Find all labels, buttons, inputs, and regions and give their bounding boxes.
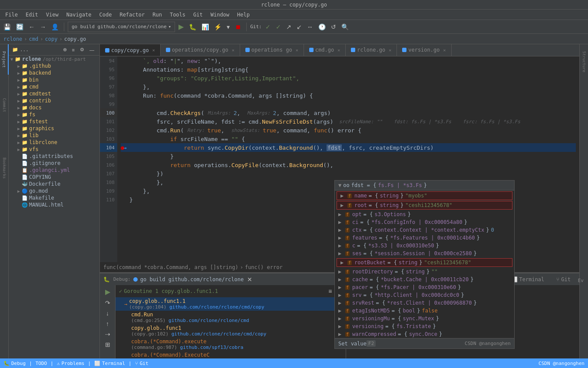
tooltip-row-ctx[interactable]: ▶ f ctx = {context.Context | *context.em… — [335, 226, 514, 234]
tooltip-row-name[interactable]: ▶ f name = {string} "myobs" — [337, 191, 512, 200]
git-update-btn[interactable]: ↙ — [295, 23, 304, 31]
menu-code[interactable]: Code — [96, 11, 116, 19]
tree-vfs[interactable]: ▶ 📁 vfs — [9, 146, 99, 153]
tree-gomod[interactable]: ▶ 🔵 go.mod — [9, 187, 99, 194]
tree-bin[interactable]: ▶ 📁 bin — [9, 76, 99, 83]
breadcrumb-cmd[interactable]: cmd — [29, 36, 39, 42]
git-check-btn[interactable]: ✓ — [274, 23, 283, 31]
tooltip-row-versioning[interactable]: ▶ f versioning = {fs.Tristate} — [335, 322, 514, 330]
tab-copy-go[interactable]: copy/copy.go ✕ — [100, 44, 161, 56]
tab-operations-copy[interactable]: operations/copy.go ✕ — [161, 44, 240, 56]
git-history-btn[interactable]: 🕐 — [317, 23, 327, 31]
tooltip-row-warncompressed[interactable]: ▶ f warnCompressed = {sync.Once} — [335, 330, 514, 338]
tree-librclone[interactable]: ▶ 📁 librclone — [9, 139, 99, 146]
tab-version[interactable]: version.go ✕ — [397, 44, 451, 56]
debug-step-out-btn[interactable]: ↑ — [104, 319, 111, 328]
git-ok-btn[interactable]: ✓ — [264, 23, 272, 31]
tooltip-row-srv[interactable]: ▶ f srv = {*http.Client | 0xc000cdc0c0} — [335, 291, 514, 299]
bottom-tab-git[interactable]: ⑂ Git — [551, 275, 576, 284]
git-push-btn[interactable]: ↗ — [284, 23, 293, 31]
tab-close-copy[interactable]: ✕ — [152, 48, 155, 53]
tab-operations[interactable]: operations go ✕ — [240, 44, 304, 56]
tree-docs[interactable]: ▶ 📁 docs — [9, 104, 99, 111]
tab-close-ops[interactable]: ✕ — [296, 48, 298, 53]
debug-run-cursor-btn[interactable]: ⇢ — [103, 330, 112, 338]
tooltip-row-rootbucket[interactable]: ▶ f rootBucket = {string} "ceshi12345678… — [337, 258, 512, 267]
coverage-button[interactable]: 📊 — [200, 23, 211, 31]
menu-edit[interactable]: Edit — [22, 11, 42, 19]
git-revert-btn[interactable]: ↺ — [329, 23, 338, 31]
tree-cmd[interactable]: ▶ 📁 cmd — [9, 83, 99, 90]
tree-golangci[interactable]: 📋 .golangci.yml — [9, 167, 99, 174]
frame-2[interactable]: copy.glob..func1 (copy.go:102) github.co… — [116, 324, 346, 338]
tab-rclone[interactable]: rclone.go ✕ — [346, 44, 397, 56]
search-everywhere-btn[interactable]: 🔍 — [340, 23, 350, 31]
debug-resume-btn[interactable]: ▶ — [103, 287, 112, 297]
tree-graphics[interactable]: ▶ 📁 graphics — [9, 125, 99, 132]
tree-copying[interactable]: 📄 COPYING — [9, 174, 99, 181]
tooltip-row-etag[interactable]: ▶ f etagIsNotMD5 = {bool} false — [335, 307, 514, 315]
tree-backend[interactable]: ▶ 📁 backend — [9, 69, 99, 76]
menu-git[interactable]: Git — [190, 11, 206, 19]
toolbar-forward-btn[interactable]: → — [38, 23, 48, 31]
tree-gitignore[interactable]: 📄 .gitignore — [9, 160, 99, 167]
debug-step-into-btn[interactable]: ↓ — [104, 309, 111, 318]
side-tab-structure[interactable]: Structure — [581, 44, 587, 79]
stop-button[interactable]: ⏹ — [233, 23, 243, 31]
run-button[interactable]: ▶ — [177, 22, 185, 32]
tab-cmd[interactable]: cmd.go ✕ — [304, 44, 346, 56]
side-tab-commit[interactable]: Commit — [0, 92, 9, 118]
tree-manualhtml[interactable]: 🌐 MANUAL.html — [9, 201, 99, 208]
menu-window[interactable]: Window — [207, 11, 233, 19]
tree-contrib[interactable]: ▶ 📁 contrib — [9, 97, 99, 104]
menu-file[interactable]: File — [2, 11, 21, 19]
tree-gitattributes[interactable]: 📄 .gitattributes — [9, 153, 99, 160]
menu-view[interactable]: View — [43, 11, 62, 19]
toolbar-sync-btn[interactable]: 🔄 — [14, 23, 25, 31]
profile-button[interactable]: ⚡ — [212, 23, 223, 31]
toolbar-save-btn[interactable]: 💾 — [2, 23, 13, 31]
toolbar-user-btn[interactable]: 👤 — [50, 23, 60, 31]
git-arrow2-btn[interactable]: ↔ — [305, 23, 315, 31]
menu-navigate[interactable]: Navigate — [63, 11, 95, 19]
tooltip-row-c[interactable]: ▶ f c = {*s3.S3 | 0xc000310e50} — [335, 242, 514, 250]
tab-close-version[interactable]: ✕ — [443, 48, 446, 53]
debug-grid-btn[interactable]: ⊞ — [103, 340, 112, 349]
side-tab-project[interactable]: Project — [0, 44, 9, 75]
menu-tools[interactable]: Tools — [166, 11, 189, 19]
debug-close-btn[interactable]: ✕ — [245, 275, 254, 284]
frame-1[interactable]: cmd.Run (cmd.go:255) github.com/rclone/r… — [116, 311, 346, 324]
tree-fstest[interactable]: ▶ 📁 fstest — [9, 118, 99, 125]
project-collapse-btn[interactable]: ≡ — [70, 46, 76, 53]
project-settings-btn[interactable]: ⚙ — [78, 46, 86, 53]
tooltip-row-cache[interactable]: ▶ f cache = {*bucket.Cache | 0xc00011cb2… — [335, 276, 514, 283]
tree-root[interactable]: ▼ 📁 rclone /opt/third-part — [9, 56, 99, 62]
more-run-btn[interactable]: ▾ — [225, 23, 231, 31]
tooltip-header[interactable]: ▼ oo fdst = {fs.Fs | *s3.Fs} — [335, 181, 514, 191]
tree-lib[interactable]: ▶ 📁 lib — [9, 132, 99, 139]
frame-3[interactable]: cobra.(*Command).execute (command.go:987… — [116, 338, 346, 351]
tab-close-cmd[interactable]: ✕ — [337, 48, 340, 53]
tree-github[interactable]: ▶ 📁 .github — [9, 62, 99, 69]
tooltip-row-root[interactable]: ▶ f root = {string} "ceshi12345678" — [337, 201, 512, 210]
debug-step-over-btn[interactable]: ↷ — [103, 299, 112, 307]
breadcrumb-copy[interactable]: copy — [45, 36, 58, 42]
breadcrumb-rclone[interactable]: rclone — [3, 36, 22, 42]
tooltip-row-srvrest[interactable]: ▶ f srvRest = {*rest.Client | 0xc0009688… — [335, 299, 514, 307]
menu-refactor[interactable]: Refactor — [116, 11, 148, 19]
tree-dockerfile[interactable]: 🐳 Dockerfile — [9, 181, 99, 187]
tab-close-opcopy[interactable]: ✕ — [232, 48, 235, 53]
menu-help[interactable]: Help — [234, 11, 253, 19]
tooltip-row-features[interactable]: ▶ f features = {*fs.Features | 0xc0001c4… — [335, 234, 514, 242]
debug-run-button[interactable]: 🐛 — [187, 23, 198, 31]
tab-close-rclone[interactable]: ✕ — [389, 48, 391, 53]
project-locate-btn[interactable]: ⊕ — [61, 46, 69, 53]
tree-fs[interactable]: ▶ 📁 fs — [9, 111, 99, 118]
project-close-btn[interactable]: — — [88, 46, 96, 53]
tooltip-row-pacer[interactable]: ▶ f pacer = {*fs.Pacer | 0xc000310e60} — [335, 283, 514, 291]
tree-cmdtest[interactable]: ▶ 📁 cmdtest — [9, 90, 99, 97]
run-config-selector[interactable]: go build github.com/rclone/rclone ▾ — [68, 22, 175, 32]
tooltip-row-ses[interactable]: ▶ f ses = {*session.Session | 0xc000ce25… — [335, 250, 514, 257]
side-tab-bookmarks[interactable]: Bookmarks — [0, 153, 9, 183]
tree-makefile[interactable]: 📄 Makefile — [9, 194, 99, 201]
